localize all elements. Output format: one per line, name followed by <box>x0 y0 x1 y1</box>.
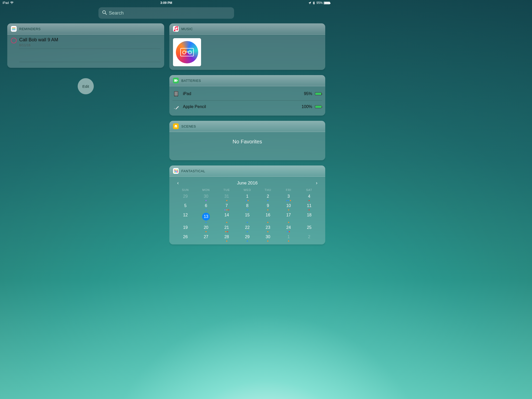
prev-month-button[interactable]: ‹ <box>175 179 181 187</box>
calendar-day[interactable]: 9 <box>258 202 278 211</box>
search-icon <box>102 10 107 16</box>
calendar-day[interactable]: 28 <box>216 233 237 242</box>
calendar-day[interactable]: 6 <box>196 202 216 211</box>
calendar-day[interactable]: 19 <box>175 224 196 233</box>
calendar-day[interactable]: 14 <box>216 211 237 224</box>
batteries-widget[interactable]: BATTERIES iPad95%Apple Pencil100% <box>169 75 325 116</box>
music-widget[interactable]: MUSIC <box>169 23 325 70</box>
fantastical-widget[interactable]: FANTASTICAL ‹ June 2016 › SUNMONTUEWEDTH… <box>169 165 325 244</box>
scenes-widget[interactable]: SCENES No Favorites <box>169 121 325 160</box>
reminders-widget[interactable]: REMINDERS Call Bob wall 9 AM 6/11/16 <box>7 23 164 68</box>
reminder-checkbox-icon[interactable] <box>11 38 17 43</box>
bluetooth-icon <box>313 1 315 5</box>
scenes-app-icon <box>173 123 179 129</box>
location-icon <box>308 2 311 4</box>
calendar-day[interactable]: 17 <box>278 211 299 224</box>
calendar-day[interactable]: 18 <box>299 211 320 224</box>
calendar-day[interactable]: 31 <box>216 192 237 202</box>
search-input[interactable] <box>109 10 230 16</box>
status-bar: iPad 3:09 PM 95% <box>0 0 332 5</box>
fantastical-app-icon <box>173 168 179 174</box>
svg-line-1 <box>105 13 107 15</box>
battery-device-name: Apple Pencil <box>183 104 302 109</box>
calendar-day[interactable]: 1 <box>237 192 257 202</box>
calendar-day[interactable]: 23 <box>258 224 278 233</box>
divider <box>19 62 161 62</box>
calendar-day[interactable]: 7 <box>216 202 237 211</box>
battery-icon <box>324 2 330 4</box>
calendar-dow: FRI <box>278 188 299 191</box>
ipad-icon <box>173 91 179 97</box>
calendar-dow: WED <box>237 188 257 191</box>
calendar-day[interactable]: 30 <box>258 233 278 242</box>
calendar-month-label: June 2016 <box>237 181 257 186</box>
reminders-app-icon <box>11 26 17 32</box>
divider <box>19 49 161 49</box>
calendar-day[interactable]: 15 <box>237 211 257 224</box>
calendar-day[interactable]: 11 <box>299 202 320 211</box>
edit-button[interactable]: Edit <box>78 78 94 94</box>
calendar-day[interactable]: 30 <box>196 192 216 202</box>
calendar-day[interactable]: 13 <box>196 211 216 224</box>
device-label: iPad <box>3 1 9 5</box>
svg-rect-3 <box>177 80 178 81</box>
calendar-day[interactable]: 20 <box>196 224 216 233</box>
reminder-item[interactable]: Call Bob wall 9 AM 6/11/16 <box>11 35 161 49</box>
battery-row: iPad95% <box>172 87 322 101</box>
svg-point-7 <box>176 96 176 96</box>
wifi-icon <box>10 2 14 4</box>
calendar-day[interactable]: 21 <box>216 224 237 233</box>
calendar-day[interactable]: 2 <box>299 233 320 242</box>
calendar-day[interactable]: 29 <box>175 192 196 202</box>
calendar-day[interactable]: 24 <box>278 224 299 233</box>
batteries-title: BATTERIES <box>181 79 201 83</box>
pencil-icon <box>173 104 179 109</box>
calendar-day[interactable]: 25 <box>299 224 320 233</box>
svg-rect-6 <box>175 92 178 96</box>
calendar-day[interactable]: 1 <box>278 233 299 242</box>
clock: 3:09 PM <box>160 1 172 5</box>
calendar-day[interactable]: 10 <box>278 202 299 211</box>
battery-percent: 95% <box>304 91 312 96</box>
battery-percent: 95% <box>316 1 323 5</box>
calendar-day[interactable]: 8 <box>237 202 257 211</box>
music-title: MUSIC <box>181 27 193 31</box>
calendar-day[interactable]: 27 <box>196 233 216 242</box>
calendar-dow: THU <box>258 188 278 191</box>
calendar-dow: SUN <box>175 188 196 191</box>
calendar-day[interactable]: 5 <box>175 202 196 211</box>
calendar-day[interactable]: 3 <box>278 192 299 202</box>
battery-level-icon <box>315 92 322 95</box>
battery-level-icon <box>315 105 322 108</box>
scenes-title: SCENES <box>181 124 196 128</box>
reminder-title: Call Bob wall 9 AM <box>19 37 58 43</box>
scenes-empty-state: No Favorites <box>169 132 325 160</box>
calendar-day[interactable]: 16 <box>258 211 278 224</box>
music-artwork[interactable] <box>173 38 201 66</box>
battery-percent: 100% <box>302 104 312 109</box>
next-month-button[interactable]: › <box>314 179 320 187</box>
calendar-dow: MON <box>196 188 216 191</box>
batteries-app-icon <box>173 78 179 83</box>
search-field[interactable] <box>98 7 234 19</box>
calendar-day[interactable]: 4 <box>299 192 320 202</box>
calendar-dow: TUE <box>216 188 237 191</box>
fantastical-title: FANTASTICAL <box>181 169 205 173</box>
edit-label: Edit <box>82 84 89 89</box>
calendar-dow: SAT <box>299 188 320 191</box>
music-app-icon <box>173 26 179 32</box>
calendar-day[interactable]: 2 <box>258 192 278 202</box>
svg-rect-4 <box>175 80 177 81</box>
battery-device-name: iPad <box>183 91 304 96</box>
reminders-title: REMINDERS <box>19 27 41 31</box>
calendar-day[interactable]: 26 <box>175 233 196 242</box>
calendar-day[interactable]: 29 <box>237 233 257 242</box>
svg-marker-9 <box>174 108 175 109</box>
battery-row: Apple Pencil100% <box>172 101 322 113</box>
calendar-day[interactable]: 22 <box>237 224 257 233</box>
reminder-date: 6/11/16 <box>19 43 58 47</box>
svg-rect-8 <box>175 106 179 109</box>
calendar-day[interactable]: 12 <box>175 211 196 224</box>
cassette-icon <box>180 48 194 56</box>
